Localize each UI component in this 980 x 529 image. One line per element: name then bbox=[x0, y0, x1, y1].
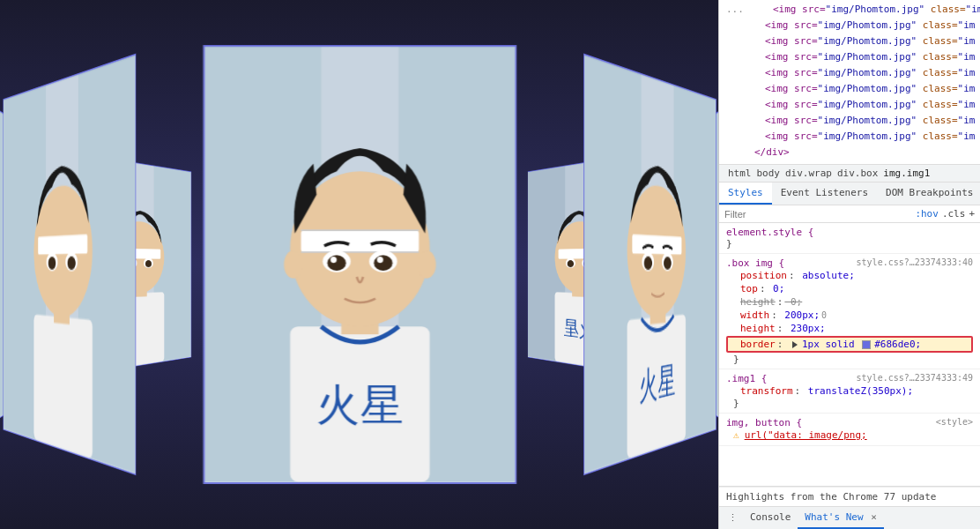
prop-border: border : 1px solid #686de0; bbox=[726, 336, 973, 353]
filter-pseudo-button[interactable]: :hov bbox=[915, 208, 939, 220]
source-img-button[interactable]: <style> bbox=[936, 417, 973, 428]
carousel-card-1: 火星 bbox=[203, 45, 516, 484]
svg-rect-24 bbox=[632, 235, 681, 255]
svg-point-16 bbox=[283, 250, 301, 279]
svg-point-17 bbox=[417, 250, 435, 279]
url-value: url("data: image/png; bbox=[745, 429, 867, 441]
style-close-element: } bbox=[726, 238, 973, 250]
ellipsis-marker: ... bbox=[726, 4, 744, 15]
breadcrumb-divbox[interactable]: div.box bbox=[835, 168, 880, 179]
elements-panel: ... <img src="img/Phomtom.jpg" class="im… bbox=[719, 0, 980, 486]
dom-img-6[interactable]: <img src="img/Phomtom.jpg" class="im bbox=[719, 97, 980, 113]
style-rule-box-img: .box img { style.css?…23374333:40 positi… bbox=[719, 254, 980, 369]
svg-rect-94 bbox=[33, 315, 92, 459]
breadcrumb-img1[interactable]: img.img1 bbox=[881, 168, 932, 179]
source-box-img[interactable]: style.css?…23374333:40 bbox=[857, 257, 973, 269]
browser-panel: 火星 bbox=[0, 0, 718, 529]
svg-point-13 bbox=[373, 255, 391, 271]
carousel-container: 火星 bbox=[0, 0, 718, 529]
svg-point-15 bbox=[376, 257, 382, 263]
style-rule-element: element.style { } bbox=[719, 223, 980, 254]
bottom-section: Highlights from the Chrome 77 update ⋮ C… bbox=[719, 486, 980, 529]
styles-panel: :hov .cls + element.style { } .box img {… bbox=[719, 205, 980, 486]
selector-img1: .img1 { bbox=[726, 373, 767, 384]
carousel-3d: 火星 bbox=[271, 141, 448, 388]
devtools-bottom-bar: ⋮ Console What's New × bbox=[719, 506, 980, 529]
rule-header-img1: .img1 { style.css?…23374333:49 bbox=[726, 373, 973, 384]
svg-text:火星: 火星 bbox=[316, 381, 404, 429]
prop-top: top : 0; bbox=[726, 282, 973, 295]
svg-rect-97 bbox=[37, 235, 86, 255]
rule-header-img-button: img, button { <style> bbox=[726, 417, 973, 428]
filter-cls-button[interactable]: .cls bbox=[942, 208, 966, 220]
style-close-box-img: } bbox=[726, 354, 973, 365]
filter-bar: :hov .cls + bbox=[719, 205, 980, 223]
filter-input[interactable] bbox=[724, 209, 911, 220]
prop-height-old: height : 0; bbox=[726, 295, 973, 309]
menu-icon[interactable]: ⋮ bbox=[723, 509, 743, 527]
prop-position: position : absolute; bbox=[726, 269, 973, 282]
dom-img-3[interactable]: <img src="img/Phomtom.jpg" class="im bbox=[719, 49, 980, 65]
highlights-text: Highlights from the Chrome 77 update bbox=[719, 487, 980, 506]
style-selector-element: element.style { bbox=[726, 227, 973, 238]
tab-console[interactable]: Console bbox=[743, 507, 798, 529]
color-swatch-border[interactable] bbox=[862, 340, 871, 349]
style-rule-img-button: img, button { <style> ⚠ url("data: image… bbox=[719, 414, 980, 446]
tab-event-listeners[interactable]: Event Listeners bbox=[772, 183, 877, 205]
dom-img-4[interactable]: <img src="img/Phomtom.jpg" class="im bbox=[719, 65, 980, 81]
expand-triangle[interactable] bbox=[792, 341, 798, 348]
devtools-panel: ... <img src="img/Phomtom.jpg" class="im… bbox=[718, 0, 980, 529]
svg-rect-7 bbox=[301, 230, 419, 252]
dom-img-2[interactable]: <img src="img/Phomtom.jpg" class="im bbox=[719, 34, 980, 49]
tab-dom-breakpoints[interactable]: DOM Breakpoints bbox=[877, 183, 980, 205]
svg-point-14 bbox=[330, 257, 336, 263]
dom-img-8[interactable]: <img src="img/Phomtom.jpg" class="im bbox=[719, 129, 980, 145]
breadcrumb-divwrap[interactable]: div.wrap bbox=[783, 168, 834, 179]
selector-box-img: .box img { bbox=[726, 257, 784, 269]
warn-icon: ⚠ bbox=[733, 429, 739, 441]
svg-point-12 bbox=[327, 255, 345, 271]
dom-img-7[interactable]: <img src="img/Phomtom.jpg" class="im bbox=[719, 113, 980, 129]
breadcrumb: html body div.wrap div.box img.img1 bbox=[719, 164, 980, 183]
breadcrumb-html[interactable]: html bbox=[726, 168, 754, 179]
prop-width: width : 200px; 0 bbox=[726, 309, 973, 322]
right-value-0: 0 bbox=[821, 310, 827, 320]
style-rule-img1: .img1 { style.css?…23374333:49 transform… bbox=[719, 369, 980, 414]
filter-add-button[interactable]: + bbox=[969, 208, 975, 220]
tab-whats-new[interactable]: What's New × bbox=[798, 507, 883, 529]
prop-url-warn: ⚠ url("data: image/png; bbox=[726, 428, 973, 442]
prop-transform: transform : translateZ(350px); bbox=[726, 384, 973, 398]
breadcrumb-body[interactable]: body bbox=[755, 168, 783, 179]
dom-ellipsis: ... <img src="img/Phomtom.jpg" class="im bbox=[719, 2, 980, 18]
tab-styles[interactable]: Styles bbox=[719, 183, 772, 205]
dom-img-1[interactable]: <img src="img/Phomtom.jpg" class="im bbox=[719, 18, 980, 34]
source-img1[interactable]: style.css?…23374333:49 bbox=[857, 373, 973, 384]
carousel-card-9 bbox=[3, 53, 136, 475]
border-value: 1px solid #686de0; bbox=[784, 339, 921, 350]
dom-div-close: </div> bbox=[719, 145, 980, 160]
carousel-card-2: 火星 bbox=[583, 53, 716, 475]
highlights-label: Highlights from the Chrome 77 update bbox=[726, 491, 936, 503]
rule-header-box-img: .box img { style.css?…23374333:40 bbox=[726, 257, 973, 269]
whats-new-close[interactable]: × bbox=[871, 511, 877, 523]
dom-tree: ... <img src="img/Phomtom.jpg" class="im… bbox=[719, 0, 980, 164]
prop-height-new: height : 230px; bbox=[726, 322, 973, 335]
selector-img-button: img, button { bbox=[726, 417, 802, 428]
style-close-img1: } bbox=[726, 398, 973, 409]
dom-img-5[interactable]: <img src="img/Phomtom.jpg" class="im bbox=[719, 81, 980, 97]
devtools-tabs: Styles Event Listeners DOM Breakpoints P… bbox=[719, 183, 980, 205]
